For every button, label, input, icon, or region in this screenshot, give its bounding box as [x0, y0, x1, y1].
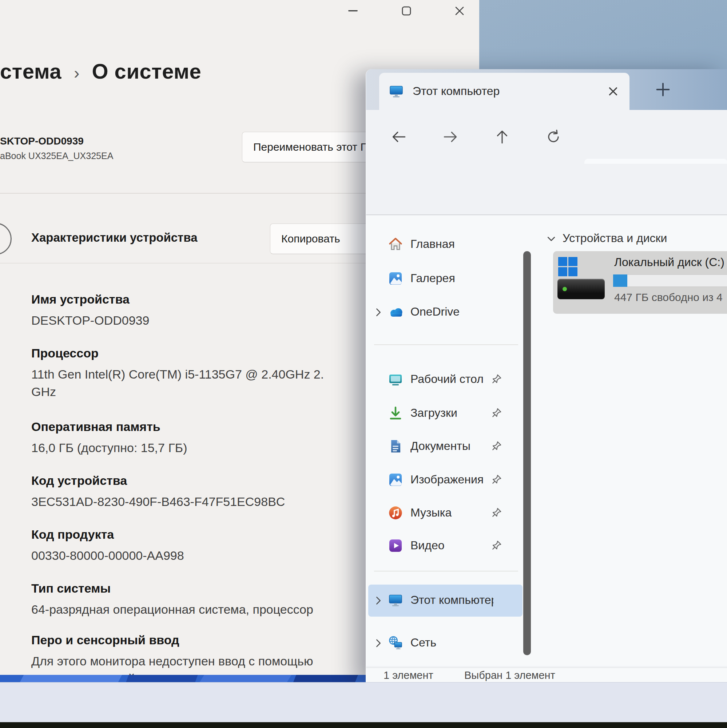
drive-usage-fill — [613, 274, 627, 287]
pin-icon[interactable] — [491, 474, 502, 486]
sidebar-item-network[interactable]: Сеть — [368, 627, 522, 659]
chevron-down-icon[interactable] — [546, 234, 557, 246]
tab-title: Этот компьютер — [412, 84, 499, 98]
music-icon — [388, 505, 403, 522]
breadcrumb-parent[interactable]: стема — [0, 59, 61, 83]
monitor-icon — [389, 84, 404, 101]
minimize-icon — [347, 5, 359, 17]
screen: стема › О системе SKTOP-ODD0939 aBook UX… — [0, 0, 727, 728]
sidebar-item-label: Видео — [411, 539, 493, 552]
taskbar: Поиск — [0, 682, 727, 722]
sidebar-item-downloads[interactable]: Загрузки — [368, 398, 522, 430]
copy-button-label: Копировать — [281, 232, 340, 245]
sidebar-item-pictures[interactable]: Изображения — [368, 464, 522, 496]
status-items-count: 1 элемент — [383, 669, 433, 681]
downloads-icon — [388, 405, 403, 422]
up-icon — [494, 128, 510, 145]
chevron-right-icon[interactable] — [373, 638, 383, 650]
device-model: aBook UX325EA_UX325EA — [0, 151, 113, 161]
breadcrumb-separator: › — [74, 63, 79, 83]
pictures-icon — [388, 472, 403, 489]
section-title: Характеристики устройства — [31, 231, 198, 245]
pin-icon[interactable] — [491, 440, 502, 453]
sidebar-item-this-pc[interactable]: Этот компьютер — [368, 584, 522, 616]
sidebar-item-label: Сеть — [411, 636, 493, 649]
drive-name: Локальный диск (C:) — [614, 255, 724, 269]
sidebar-item-onedrive[interactable]: OneDrive — [368, 296, 522, 328]
bloom-shape — [126, 674, 198, 683]
close-icon — [454, 5, 466, 17]
rename-pc-label: Переименовать этот ПК — [253, 141, 374, 153]
refresh-button[interactable] — [541, 124, 566, 150]
back-button[interactable] — [386, 124, 412, 150]
tab-bar: Этот компьютер — [366, 69, 727, 110]
drive-tile[interactable]: Локальный диск (C:) 447 ГБ свободно из 4 — [553, 251, 727, 314]
page-title: О системе — [92, 59, 201, 83]
explorer-window: Этот компьютер — [366, 69, 727, 682]
status-selected: Выбран 1 элемент — [464, 669, 555, 681]
sidebar-item-label: OneDrive — [411, 305, 493, 318]
tab-close-button[interactable] — [605, 83, 622, 101]
drive-free-space: 447 ГБ свободно из 4 — [614, 291, 722, 304]
navigation-bar: Этот компьютер — [366, 110, 727, 164]
close-button[interactable] — [447, 2, 472, 20]
bloom-shape — [20, 674, 123, 683]
maximize-button[interactable] — [394, 2, 419, 20]
sidebar-item-videos[interactable]: Видео — [368, 530, 522, 562]
new-tab-button[interactable] — [652, 79, 674, 102]
sidebar-item-label: Документы — [411, 439, 493, 453]
new-tab-plus-icon — [652, 79, 674, 101]
back-icon — [390, 128, 407, 145]
sidebar-item-gallery[interactable]: Галерея — [368, 263, 522, 295]
device-name-header: SKTOP-ODD0939 — [0, 135, 84, 147]
up-button[interactable] — [489, 124, 515, 150]
pin-icon[interactable] — [491, 373, 502, 386]
sidebar-item-documents[interactable]: Документы — [368, 431, 522, 463]
home-icon — [388, 237, 403, 253]
refresh-icon — [545, 128, 562, 145]
forward-icon — [442, 128, 459, 145]
sidebar-item-label: Этот компьютер — [411, 593, 493, 607]
bloom-shape — [199, 674, 292, 683]
sidebar-divider — [374, 571, 518, 572]
sidebar-scrollbar[interactable] — [523, 251, 531, 655]
close-icon — [605, 83, 622, 100]
minimize-button[interactable] — [340, 2, 366, 20]
sidebar-item-label: Рабочий стол — [411, 372, 493, 386]
sidebar-item-music[interactable]: Музыка — [368, 497, 522, 529]
pin-icon[interactable] — [491, 407, 502, 420]
chevron-right-icon[interactable] — [373, 307, 383, 319]
group-header[interactable]: Устройства и диски — [562, 231, 667, 245]
forward-button[interactable] — [438, 124, 463, 150]
hard-drive-icon — [557, 279, 605, 299]
chevron-right-icon[interactable] — [373, 595, 383, 607]
sidebar-item-desktop[interactable]: Рабочий стол — [368, 364, 522, 396]
pin-icon[interactable] — [491, 507, 502, 519]
videos-icon — [388, 538, 403, 555]
pin-icon[interactable] — [491, 540, 502, 552]
toolbar: Создать A — [366, 164, 727, 215]
desktop-icon — [388, 372, 403, 388]
sidebar-item-label: Галерея — [411, 272, 493, 285]
documents-icon — [388, 439, 403, 455]
network-icon — [388, 635, 403, 652]
drive-led — [562, 287, 567, 291]
breadcrumb: стема › О системе — [0, 59, 201, 83]
sidebar-item-label: Главная — [411, 237, 493, 251]
device-spec-circle-icon — [0, 223, 12, 255]
maximize-icon — [400, 5, 412, 17]
gallery-icon — [388, 271, 403, 288]
sidebar-item-home[interactable]: Главная — [368, 229, 522, 261]
this-pc-monitor-icon — [388, 593, 403, 609]
sidebar-item-label: Музыка — [411, 506, 493, 519]
status-bar: 1 элемент Выбран 1 элемент — [366, 668, 727, 682]
screen-bezel — [0, 722, 727, 728]
onedrive-cloud-icon — [388, 306, 405, 320]
tab-this-pc[interactable]: Этот компьютер — [379, 73, 629, 110]
sidebar-item-label: Загрузки — [411, 406, 493, 420]
sidebar-divider — [374, 344, 518, 345]
sidebar-item-label: Изображения — [411, 473, 493, 486]
windows-drive-icon — [558, 257, 577, 276]
bloom-shape — [293, 674, 358, 683]
drive-usage-bar — [613, 274, 727, 287]
